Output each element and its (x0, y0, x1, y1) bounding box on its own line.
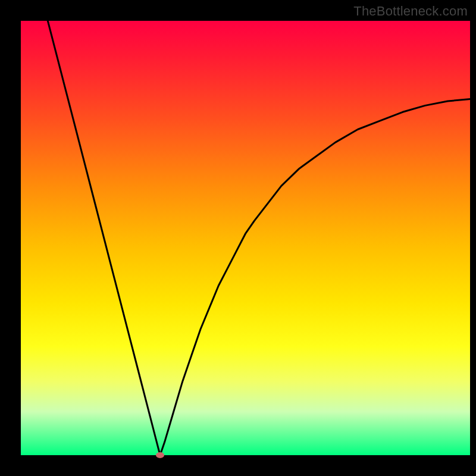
optimal-point-marker (156, 452, 164, 458)
watermark-text: TheBottleneck.com (353, 4, 468, 19)
chart-frame: TheBottleneck.com (0, 0, 476, 476)
bottleneck-curve (21, 21, 470, 455)
plot-area (21, 21, 470, 455)
